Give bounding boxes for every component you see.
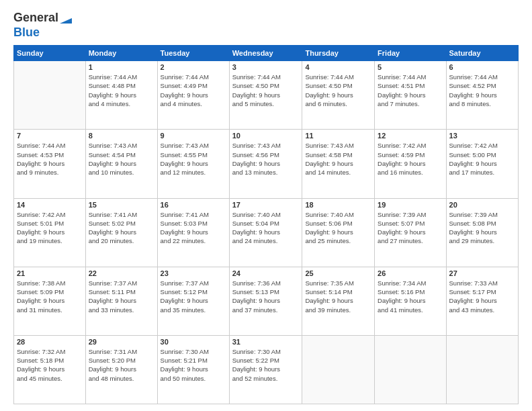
calendar-cell: 31Sunrise: 7:30 AM Sunset: 5:22 PM Dayli… <box>229 335 302 404</box>
day-info: Sunrise: 7:30 AM Sunset: 5:22 PM Dayligh… <box>232 347 300 383</box>
day-info: Sunrise: 7:42 AM Sunset: 4:59 PM Dayligh… <box>378 141 443 177</box>
day-number: 9 <box>161 132 226 140</box>
calendar-cell: 3Sunrise: 7:44 AM Sunset: 4:50 PM Daylig… <box>229 61 302 130</box>
day-info: Sunrise: 7:37 AM Sunset: 5:11 PM Dayligh… <box>89 279 154 314</box>
calendar-cell: 5Sunrise: 7:44 AM Sunset: 4:51 PM Daylig… <box>375 61 446 130</box>
logo-blue: Blue <box>13 26 40 39</box>
calendar-cell <box>14 61 86 130</box>
calendar-week-row: 7Sunrise: 7:44 AM Sunset: 4:53 PM Daylig… <box>14 130 519 198</box>
day-info: Sunrise: 7:34 AM Sunset: 5:16 PM Dayligh… <box>378 279 443 314</box>
day-info: Sunrise: 7:41 AM Sunset: 5:03 PM Dayligh… <box>161 210 226 246</box>
day-number: 11 <box>305 132 371 140</box>
day-number: 8 <box>89 132 154 140</box>
calendar-cell: 16Sunrise: 7:41 AM Sunset: 5:03 PM Dayli… <box>157 198 229 267</box>
calendar-cell: 26Sunrise: 7:34 AM Sunset: 5:16 PM Dayli… <box>375 267 446 335</box>
day-number: 16 <box>161 201 226 209</box>
svg-marker-0 <box>60 18 72 24</box>
calendar-week-row: 28Sunrise: 7:32 AM Sunset: 5:18 PM Dayli… <box>14 335 519 404</box>
day-info: Sunrise: 7:40 AM Sunset: 5:04 PM Dayligh… <box>232 210 300 246</box>
calendar-cell: 18Sunrise: 7:40 AM Sunset: 5:06 PM Dayli… <box>302 198 375 267</box>
day-number: 20 <box>449 201 515 209</box>
calendar-cell: 17Sunrise: 7:40 AM Sunset: 5:04 PM Dayli… <box>229 198 302 267</box>
calendar-day-header: Wednesday <box>229 46 302 61</box>
logo-triangle-icon <box>60 13 72 24</box>
day-info: Sunrise: 7:35 AM Sunset: 5:14 PM Dayligh… <box>305 279 371 314</box>
calendar-week-row: 14Sunrise: 7:42 AM Sunset: 5:01 PM Dayli… <box>14 198 519 267</box>
day-info: Sunrise: 7:33 AM Sunset: 5:17 PM Dayligh… <box>449 279 515 314</box>
calendar-cell: 6Sunrise: 7:44 AM Sunset: 4:52 PM Daylig… <box>446 61 518 130</box>
calendar-day-header: Thursday <box>302 46 375 61</box>
day-info: Sunrise: 7:42 AM Sunset: 5:01 PM Dayligh… <box>17 210 83 246</box>
calendar-cell: 8Sunrise: 7:43 AM Sunset: 4:54 PM Daylig… <box>85 130 157 198</box>
day-info: Sunrise: 7:44 AM Sunset: 4:50 PM Dayligh… <box>305 73 371 108</box>
calendar-day-header: Saturday <box>446 46 518 61</box>
day-number: 27 <box>449 269 515 277</box>
calendar-cell: 7Sunrise: 7:44 AM Sunset: 4:53 PM Daylig… <box>14 130 86 198</box>
calendar-day-header: Friday <box>375 46 446 61</box>
calendar-day-header: Tuesday <box>157 46 229 61</box>
calendar-day-header: Monday <box>85 46 157 61</box>
day-number: 6 <box>449 63 515 71</box>
day-number: 4 <box>305 63 371 71</box>
calendar-cell: 9Sunrise: 7:43 AM Sunset: 4:55 PM Daylig… <box>157 130 229 198</box>
day-info: Sunrise: 7:44 AM Sunset: 4:51 PM Dayligh… <box>378 73 443 108</box>
day-info: Sunrise: 7:43 AM Sunset: 4:54 PM Dayligh… <box>89 141 154 177</box>
day-info: Sunrise: 7:44 AM Sunset: 4:49 PM Dayligh… <box>161 73 226 108</box>
day-number: 12 <box>378 132 443 140</box>
day-info: Sunrise: 7:31 AM Sunset: 5:20 PM Dayligh… <box>89 347 154 383</box>
calendar-cell: 25Sunrise: 7:35 AM Sunset: 5:14 PM Dayli… <box>302 267 375 335</box>
calendar-cell <box>446 335 518 404</box>
day-number: 25 <box>305 269 371 277</box>
calendar-day-header: Sunday <box>14 46 86 61</box>
day-info: Sunrise: 7:39 AM Sunset: 5:08 PM Dayligh… <box>449 210 515 246</box>
calendar-cell: 4Sunrise: 7:44 AM Sunset: 4:50 PM Daylig… <box>302 61 375 130</box>
calendar-cell: 23Sunrise: 7:37 AM Sunset: 5:12 PM Dayli… <box>157 267 229 335</box>
day-number: 19 <box>378 201 443 209</box>
calendar-cell <box>302 335 375 404</box>
logo-text: General Blue <box>13 11 72 40</box>
day-info: Sunrise: 7:36 AM Sunset: 5:13 PM Dayligh… <box>232 279 300 314</box>
day-number: 21 <box>17 269 83 277</box>
header: General Blue <box>13 11 519 40</box>
day-info: Sunrise: 7:39 AM Sunset: 5:07 PM Dayligh… <box>378 210 443 246</box>
page: General Blue SundayMondayTuesdayWednesda… <box>0 0 532 411</box>
calendar-cell: 30Sunrise: 7:30 AM Sunset: 5:21 PM Dayli… <box>157 335 229 404</box>
calendar-cell: 28Sunrise: 7:32 AM Sunset: 5:18 PM Dayli… <box>14 335 86 404</box>
day-number: 5 <box>378 63 443 71</box>
day-number: 22 <box>89 269 154 277</box>
calendar-cell: 19Sunrise: 7:39 AM Sunset: 5:07 PM Dayli… <box>375 198 446 267</box>
day-info: Sunrise: 7:38 AM Sunset: 5:09 PM Dayligh… <box>17 279 83 314</box>
calendar-table: SundayMondayTuesdayWednesdayThursdayFrid… <box>13 45 519 404</box>
day-info: Sunrise: 7:37 AM Sunset: 5:12 PM Dayligh… <box>161 279 226 314</box>
day-number: 23 <box>161 269 226 277</box>
day-info: Sunrise: 7:44 AM Sunset: 4:50 PM Dayligh… <box>232 73 300 108</box>
day-number: 14 <box>17 201 83 209</box>
day-info: Sunrise: 7:44 AM Sunset: 4:48 PM Dayligh… <box>89 73 154 108</box>
day-info: Sunrise: 7:43 AM Sunset: 4:55 PM Dayligh… <box>161 141 226 177</box>
day-info: Sunrise: 7:43 AM Sunset: 4:56 PM Dayligh… <box>232 141 300 177</box>
day-number: 10 <box>232 132 300 140</box>
day-number: 15 <box>89 201 154 209</box>
calendar-cell: 10Sunrise: 7:43 AM Sunset: 4:56 PM Dayli… <box>229 130 302 198</box>
day-info: Sunrise: 7:32 AM Sunset: 5:18 PM Dayligh… <box>17 347 83 383</box>
day-number: 18 <box>305 201 371 209</box>
day-info: Sunrise: 7:44 AM Sunset: 4:52 PM Dayligh… <box>449 73 515 108</box>
day-number: 29 <box>89 338 154 346</box>
calendar-cell: 11Sunrise: 7:43 AM Sunset: 4:58 PM Dayli… <box>302 130 375 198</box>
logo: General Blue <box>13 11 72 40</box>
calendar-cell <box>375 335 446 404</box>
calendar-cell: 15Sunrise: 7:41 AM Sunset: 5:02 PM Dayli… <box>85 198 157 267</box>
day-number: 24 <box>232 269 300 277</box>
calendar-cell: 29Sunrise: 7:31 AM Sunset: 5:20 PM Dayli… <box>85 335 157 404</box>
day-number: 28 <box>17 338 83 346</box>
calendar-cell: 2Sunrise: 7:44 AM Sunset: 4:49 PM Daylig… <box>157 61 229 130</box>
day-info: Sunrise: 7:44 AM Sunset: 4:53 PM Dayligh… <box>17 141 83 177</box>
calendar-cell: 12Sunrise: 7:42 AM Sunset: 4:59 PM Dayli… <box>375 130 446 198</box>
day-info: Sunrise: 7:41 AM Sunset: 5:02 PM Dayligh… <box>89 210 154 246</box>
day-number: 1 <box>89 63 154 71</box>
day-info: Sunrise: 7:30 AM Sunset: 5:21 PM Dayligh… <box>161 347 226 383</box>
day-number: 31 <box>232 338 300 346</box>
calendar-cell: 21Sunrise: 7:38 AM Sunset: 5:09 PM Dayli… <box>14 267 86 335</box>
calendar-cell: 20Sunrise: 7:39 AM Sunset: 5:08 PM Dayli… <box>446 198 518 267</box>
calendar-week-row: 21Sunrise: 7:38 AM Sunset: 5:09 PM Dayli… <box>14 267 519 335</box>
